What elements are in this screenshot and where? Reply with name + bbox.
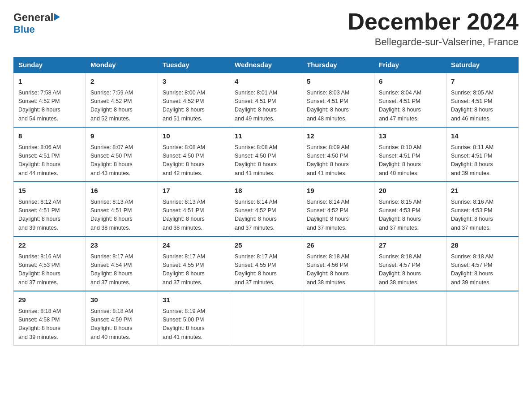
day-info: Sunrise: 8:16 AMSunset: 4:53 PMDaylight:… xyxy=(451,198,514,233)
day-number: 6 xyxy=(379,77,442,87)
day-info: Sunrise: 8:09 AMSunset: 4:50 PMDaylight:… xyxy=(307,143,369,178)
day-number: 13 xyxy=(379,131,442,141)
calendar-cell xyxy=(374,291,446,346)
calendar-cell xyxy=(446,291,519,346)
column-header-tuesday: Tuesday xyxy=(158,57,230,73)
column-header-wednesday: Wednesday xyxy=(230,57,302,73)
calendar-cell: 4 Sunrise: 8:01 AMSunset: 4:51 PMDayligh… xyxy=(230,73,302,127)
day-info: Sunrise: 7:59 AMSunset: 4:52 PMDaylight:… xyxy=(90,89,153,124)
day-info: Sunrise: 8:03 AMSunset: 4:51 PMDaylight:… xyxy=(307,89,369,124)
calendar-cell: 2 Sunrise: 7:59 AMSunset: 4:52 PMDayligh… xyxy=(86,73,158,127)
day-number: 30 xyxy=(90,295,153,305)
calendar-cell: 22 Sunrise: 8:16 AMSunset: 4:53 PMDaylig… xyxy=(14,236,86,291)
day-info: Sunrise: 8:05 AMSunset: 4:51 PMDaylight:… xyxy=(451,89,514,124)
day-info: Sunrise: 8:16 AMSunset: 4:53 PMDaylight:… xyxy=(18,253,81,287)
month-title: December 2024 xyxy=(348,9,519,34)
calendar-cell: 27 Sunrise: 8:18 AMSunset: 4:57 PMDaylig… xyxy=(374,236,446,291)
day-number: 9 xyxy=(90,131,153,141)
location-subtitle: Bellegarde-sur-Valserine, France xyxy=(348,36,519,48)
day-number: 27 xyxy=(379,240,442,251)
calendar-cell: 30 Sunrise: 8:18 AMSunset: 4:59 PMDaylig… xyxy=(86,291,158,346)
day-number: 17 xyxy=(163,186,225,196)
calendar-cell: 17 Sunrise: 8:13 AMSunset: 4:51 PMDaylig… xyxy=(158,182,230,236)
calendar-cell: 8 Sunrise: 8:06 AMSunset: 4:51 PMDayligh… xyxy=(14,127,86,182)
day-info: Sunrise: 8:14 AMSunset: 4:52 PMDaylight:… xyxy=(235,198,297,233)
day-number: 24 xyxy=(163,240,225,251)
calendar-cell: 13 Sunrise: 8:10 AMSunset: 4:51 PMDaylig… xyxy=(374,127,446,182)
logo: General Blue xyxy=(13,9,60,35)
day-info: Sunrise: 8:08 AMSunset: 4:50 PMDaylight:… xyxy=(163,143,225,178)
day-number: 4 xyxy=(235,77,297,87)
day-number: 1 xyxy=(18,77,81,87)
day-number: 2 xyxy=(90,77,153,87)
column-header-monday: Monday xyxy=(86,57,158,73)
logo-general-text: General xyxy=(13,11,53,24)
calendar-cell: 10 Sunrise: 8:08 AMSunset: 4:50 PMDaylig… xyxy=(158,127,230,182)
calendar-cell: 14 Sunrise: 8:11 AMSunset: 4:51 PMDaylig… xyxy=(446,127,519,182)
day-info: Sunrise: 8:07 AMSunset: 4:50 PMDaylight:… xyxy=(90,143,153,178)
day-number: 21 xyxy=(451,186,514,196)
day-info: Sunrise: 8:10 AMSunset: 4:51 PMDaylight:… xyxy=(379,143,442,178)
day-number: 14 xyxy=(451,131,514,141)
day-number: 3 xyxy=(163,77,225,87)
day-info: Sunrise: 8:18 AMSunset: 4:59 PMDaylight:… xyxy=(90,307,153,342)
calendar-cell: 19 Sunrise: 8:14 AMSunset: 4:52 PMDaylig… xyxy=(302,182,374,236)
calendar-cell: 28 Sunrise: 8:18 AMSunset: 4:57 PMDaylig… xyxy=(446,236,519,291)
week-row-2: 8 Sunrise: 8:06 AMSunset: 4:51 PMDayligh… xyxy=(14,127,519,182)
day-info: Sunrise: 8:06 AMSunset: 4:51 PMDaylight:… xyxy=(18,143,81,178)
week-row-3: 15 Sunrise: 8:12 AMSunset: 4:51 PMDaylig… xyxy=(14,182,519,236)
calendar-cell: 23 Sunrise: 8:17 AMSunset: 4:54 PMDaylig… xyxy=(86,236,158,291)
day-number: 11 xyxy=(235,131,297,141)
calendar-cell xyxy=(302,291,374,346)
day-info: Sunrise: 8:18 AMSunset: 4:57 PMDaylight:… xyxy=(379,253,442,287)
day-info: Sunrise: 8:17 AMSunset: 4:54 PMDaylight:… xyxy=(90,253,153,287)
day-number: 15 xyxy=(18,186,81,196)
day-info: Sunrise: 8:15 AMSunset: 4:53 PMDaylight:… xyxy=(379,198,442,233)
calendar-cell: 24 Sunrise: 8:17 AMSunset: 4:55 PMDaylig… xyxy=(158,236,230,291)
calendar-cell: 5 Sunrise: 8:03 AMSunset: 4:51 PMDayligh… xyxy=(302,73,374,127)
calendar-header-row: SundayMondayTuesdayWednesdayThursdayFrid… xyxy=(14,57,519,73)
day-info: Sunrise: 8:04 AMSunset: 4:51 PMDaylight:… xyxy=(379,89,442,124)
logo-triangle-icon xyxy=(54,13,60,21)
day-number: 29 xyxy=(18,295,81,305)
calendar-cell: 31 Sunrise: 8:19 AMSunset: 5:00 PMDaylig… xyxy=(158,291,230,346)
day-number: 10 xyxy=(163,131,225,141)
day-number: 19 xyxy=(307,186,369,196)
day-info: Sunrise: 8:17 AMSunset: 4:55 PMDaylight:… xyxy=(235,253,297,287)
calendar-cell: 3 Sunrise: 8:00 AMSunset: 4:52 PMDayligh… xyxy=(158,73,230,127)
day-info: Sunrise: 7:58 AMSunset: 4:52 PMDaylight:… xyxy=(18,89,81,124)
day-number: 25 xyxy=(235,240,297,251)
column-header-saturday: Saturday xyxy=(446,57,519,73)
title-section: December 2024 Bellegarde-sur-Valserine, … xyxy=(348,9,519,48)
calendar-cell: 1 Sunrise: 7:58 AMSunset: 4:52 PMDayligh… xyxy=(14,73,86,127)
day-info: Sunrise: 8:18 AMSunset: 4:57 PMDaylight:… xyxy=(451,253,514,287)
day-number: 8 xyxy=(18,131,81,141)
calendar-cell: 20 Sunrise: 8:15 AMSunset: 4:53 PMDaylig… xyxy=(374,182,446,236)
calendar-cell: 25 Sunrise: 8:17 AMSunset: 4:55 PMDaylig… xyxy=(230,236,302,291)
day-info: Sunrise: 8:14 AMSunset: 4:52 PMDaylight:… xyxy=(307,198,369,233)
day-info: Sunrise: 8:18 AMSunset: 4:58 PMDaylight:… xyxy=(18,307,81,342)
calendar-cell: 6 Sunrise: 8:04 AMSunset: 4:51 PMDayligh… xyxy=(374,73,446,127)
column-header-sunday: Sunday xyxy=(14,57,86,73)
day-number: 22 xyxy=(18,240,81,251)
calendar-cell: 18 Sunrise: 8:14 AMSunset: 4:52 PMDaylig… xyxy=(230,182,302,236)
column-header-friday: Friday xyxy=(374,57,446,73)
calendar-cell: 7 Sunrise: 8:05 AMSunset: 4:51 PMDayligh… xyxy=(446,73,519,127)
day-info: Sunrise: 8:12 AMSunset: 4:51 PMDaylight:… xyxy=(18,198,81,233)
day-info: Sunrise: 8:17 AMSunset: 4:55 PMDaylight:… xyxy=(163,253,225,287)
day-info: Sunrise: 8:19 AMSunset: 5:00 PMDaylight:… xyxy=(163,307,225,342)
week-row-4: 22 Sunrise: 8:16 AMSunset: 4:53 PMDaylig… xyxy=(14,236,519,291)
day-number: 18 xyxy=(235,186,297,196)
calendar-cell: 15 Sunrise: 8:12 AMSunset: 4:51 PMDaylig… xyxy=(14,182,86,236)
week-row-1: 1 Sunrise: 7:58 AMSunset: 4:52 PMDayligh… xyxy=(14,73,519,127)
day-info: Sunrise: 8:18 AMSunset: 4:56 PMDaylight:… xyxy=(307,253,369,287)
day-info: Sunrise: 8:08 AMSunset: 4:50 PMDaylight:… xyxy=(235,143,297,178)
calendar-cell: 12 Sunrise: 8:09 AMSunset: 4:50 PMDaylig… xyxy=(302,127,374,182)
page-header: General Blue December 2024 Bellegarde-su… xyxy=(13,9,519,48)
calendar-table: SundayMondayTuesdayWednesdayThursdayFrid… xyxy=(13,57,519,346)
column-header-thursday: Thursday xyxy=(302,57,374,73)
day-number: 28 xyxy=(451,240,514,251)
day-info: Sunrise: 8:13 AMSunset: 4:51 PMDaylight:… xyxy=(90,198,153,233)
day-number: 12 xyxy=(307,131,369,141)
day-number: 5 xyxy=(307,77,369,87)
